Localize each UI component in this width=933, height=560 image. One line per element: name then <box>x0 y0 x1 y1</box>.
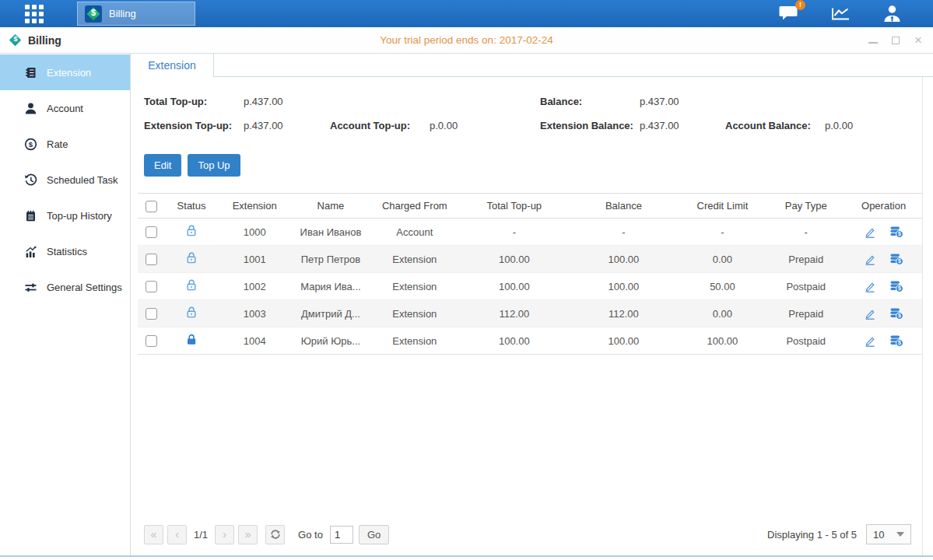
window-title-bar: $ Billing Your trial period ends on: 201… <box>0 27 933 54</box>
page-indicator: 1/1 <box>194 529 208 541</box>
column-charged-from: Charged From <box>370 194 459 219</box>
balance-cell: 100.00 <box>569 273 678 300</box>
column-operation: Operation <box>845 194 922 219</box>
unlocked-icon <box>185 306 198 319</box>
user-icon <box>882 5 902 23</box>
status-cell <box>165 327 218 355</box>
toolbar: Edit Top Up <box>144 154 922 177</box>
topup-icon[interactable]: $ <box>889 253 903 265</box>
balance-cell: 100.00 <box>569 246 678 273</box>
edit-icon[interactable] <box>864 280 876 292</box>
status-cell <box>165 219 218 246</box>
column-status: Status <box>165 194 218 219</box>
top-bar: $ Billing ! <box>0 0 933 27</box>
extension-topup-value: p.437.00 <box>244 120 283 131</box>
column-name: Name <box>292 194 370 219</box>
billing-app-tab[interactable]: $ Billing <box>77 2 195 26</box>
operation-cell: $ <box>845 219 922 246</box>
close-button[interactable]: × <box>913 35 924 46</box>
billing-app-window: $ Billing ! $ <box>0 0 933 555</box>
svg-text:$: $ <box>898 341 901 347</box>
topup-icon[interactable]: $ <box>889 334 903 347</box>
charged-from-cell: Extension <box>370 300 459 327</box>
topup-icon[interactable]: $ <box>889 280 903 292</box>
select-all-checkbox[interactable] <box>146 201 157 212</box>
chevron-down-icon <box>896 532 904 537</box>
page-size-select[interactable]: 10 <box>866 524 911 544</box>
sidebar-item-top-up-history[interactable]: Top-up History <box>0 198 130 233</box>
row-checkbox[interactable] <box>146 281 157 292</box>
name-cell: Юрий Юрь... <box>292 327 370 355</box>
sidebar-item-rate[interactable]: $Rate <box>0 126 130 162</box>
row-select-cell <box>138 300 165 327</box>
edit-button[interactable]: Edit <box>144 154 181 177</box>
extension-balance-label: Extension Balance: <box>540 120 640 131</box>
table-row: 1000Иван ИвановAccount---- $ <box>138 219 922 246</box>
line-chart-icon <box>830 5 851 22</box>
notification-badge: ! <box>795 0 805 10</box>
ledger-icon <box>23 65 37 79</box>
prev-page-button[interactable]: ‹ <box>167 525 187 544</box>
sidebar-item-statistics[interactable]: Statistics <box>0 233 130 269</box>
tab-extension[interactable]: Extension <box>131 54 214 77</box>
charged-from-cell: Extension <box>370 246 459 273</box>
main-content: Extension Total Top-up:p.437.00 Balance:… <box>131 54 933 555</box>
extension-topup-label: Extension Top-up: <box>144 120 244 131</box>
total-topup-cell: 100.00 <box>459 327 569 355</box>
topup-button[interactable]: Top Up <box>188 154 240 177</box>
column-total-top-up: Total Top-up <box>459 194 569 219</box>
sidebar-item-general-settings[interactable]: General Settings <box>0 269 130 305</box>
operation-cell: $ <box>845 273 922 300</box>
messages-button[interactable]: ! <box>778 5 799 23</box>
row-checkbox[interactable] <box>146 254 157 265</box>
column-pay-type: Pay Type <box>766 194 845 219</box>
row-checkbox[interactable] <box>146 226 157 238</box>
unlocked-icon <box>185 251 198 264</box>
reports-button[interactable] <box>830 5 851 22</box>
charged-from-cell: Account <box>370 219 459 246</box>
status-cell <box>165 246 218 273</box>
column-credit-limit: Credit Limit <box>678 194 766 219</box>
first-page-button[interactable]: « <box>144 525 163 544</box>
dollar-circle-icon: $ <box>23 137 37 151</box>
goto-page-input[interactable] <box>330 526 353 544</box>
minimize-button[interactable] <box>868 35 879 46</box>
credit-limit-cell: - <box>678 219 766 246</box>
edit-icon[interactable] <box>864 226 876 238</box>
account-balance-label: Account Balance: <box>725 120 825 131</box>
topup-icon[interactable]: $ <box>889 307 903 320</box>
extension-cell: 1003 <box>218 300 292 327</box>
last-page-button[interactable]: » <box>238 525 258 544</box>
edit-icon[interactable] <box>864 334 876 347</box>
locked-icon <box>185 333 198 346</box>
refresh-button[interactable] <box>265 525 285 544</box>
sidebar-item-scheduled-task[interactable]: Scheduled Task <box>0 162 130 198</box>
topup-icon[interactable]: $ <box>889 226 903 238</box>
table-header-row: StatusExtensionNameCharged FromTotal Top… <box>138 194 922 219</box>
row-checkbox[interactable] <box>146 308 157 320</box>
balance-cell: - <box>569 219 678 246</box>
notepad-icon <box>23 208 37 222</box>
go-button[interactable]: Go <box>359 525 389 544</box>
extensions-table: StatusExtensionNameCharged FromTotal Top… <box>138 193 922 355</box>
column-extension: Extension <box>218 194 292 219</box>
tab-strip: Extension <box>131 54 933 77</box>
edit-icon[interactable] <box>864 253 876 265</box>
sidebar-item-label: Top-up History <box>47 210 112 222</box>
app-launcher-icon[interactable] <box>25 5 44 23</box>
balance-cell: 100.00 <box>569 327 678 355</box>
next-page-button[interactable]: › <box>215 525 234 544</box>
table-row: 1003Дмитрий Д...Extension112.00112.000.0… <box>138 300 922 327</box>
extension-cell: 1002 <box>218 273 292 300</box>
row-checkbox[interactable] <box>146 335 157 347</box>
operation-cell: $ <box>845 300 922 327</box>
column-balance: Balance <box>569 194 678 219</box>
pay-type-cell: Prepaid <box>766 300 845 327</box>
maximize-button[interactable] <box>890 35 901 46</box>
sidebar-item-extension[interactable]: Extension <box>0 54 130 90</box>
account-menu-button[interactable] <box>882 5 902 23</box>
edit-icon[interactable] <box>864 307 876 320</box>
person-icon <box>23 101 37 115</box>
window-frame-bottom <box>0 555 933 557</box>
sidebar-item-account[interactable]: Account <box>0 90 130 126</box>
